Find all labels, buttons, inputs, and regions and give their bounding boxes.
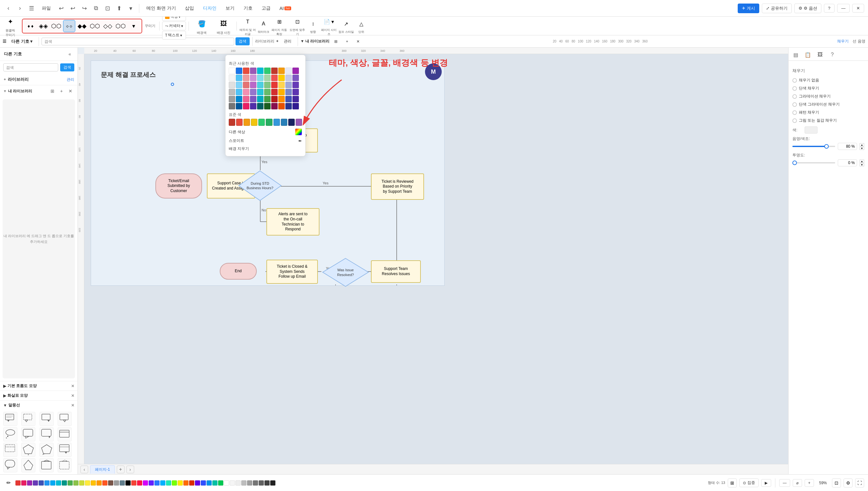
gc-ind3[interactable]	[286, 96, 292, 102]
shade-track[interactable]	[792, 146, 835, 147]
shape-btn-1[interactable]: ⬧⬧	[25, 20, 37, 32]
callout-shape-4[interactable]	[58, 412, 72, 426]
gc-dp4[interactable]	[250, 96, 257, 102]
gc-dviol1[interactable]	[293, 103, 299, 109]
palette-color-13[interactable]	[85, 481, 90, 486]
callout-shape-7[interactable]	[39, 427, 54, 441]
callout-shape-8[interactable]	[58, 427, 72, 441]
eyedropper-option[interactable]: 스포이트 ✒	[229, 137, 302, 145]
close-lib-btn[interactable]: ✕	[353, 38, 363, 45]
gc-viol3[interactable]	[293, 96, 299, 102]
palette-color-34[interactable]	[207, 481, 212, 486]
shapes-more-btn[interactable]: ▾	[127, 20, 140, 32]
palette-color-42[interactable]	[253, 481, 258, 486]
shape-btn-4[interactable]: ⬦⬦	[63, 20, 75, 32]
callout-close-icon[interactable]: ✕	[71, 403, 74, 408]
palette-color-8[interactable]	[56, 481, 61, 486]
callout-shape-12[interactable]	[58, 443, 72, 457]
gc-dor1[interactable]	[278, 103, 285, 109]
gc-g6[interactable]	[229, 96, 235, 102]
manage-btn[interactable]: 관리	[280, 37, 295, 46]
shade-up-btn[interactable]: ▲	[860, 143, 864, 146]
zoom-out-btn[interactable]: —	[779, 479, 790, 487]
share-btn[interactable]: ⤢ 공유하기	[762, 3, 792, 13]
shade-thumb[interactable]	[824, 144, 829, 149]
grid-color-red1[interactable]	[243, 67, 249, 74]
std-color-7[interactable]	[273, 119, 280, 126]
gradient-fill-radio[interactable]	[792, 94, 797, 99]
gc-lc1[interactable]	[257, 75, 264, 81]
std-color-6[interactable]	[266, 119, 272, 126]
gc-pk1[interactable]	[243, 89, 249, 95]
fill-none-radio[interactable]	[792, 78, 797, 83]
transparency-track[interactable]	[792, 162, 835, 164]
nav-back-btn[interactable]: ‹	[4, 4, 13, 13]
rp-tab-page[interactable]: 📋	[802, 49, 814, 60]
grid-color-lavender[interactable]	[286, 67, 292, 74]
palette-color-18[interactable]	[114, 481, 119, 486]
grid-color-darkred1[interactable]	[271, 67, 278, 74]
gc-r2[interactable]	[243, 82, 249, 88]
menu-main[interactable]: 메인 화면 가기	[143, 4, 179, 12]
palette-color-32[interactable]	[195, 481, 200, 486]
palette-color-14[interactable]	[91, 481, 96, 486]
gc-lr1[interactable]	[271, 75, 278, 81]
callout-shape-2[interactable]	[21, 412, 35, 426]
palette-color-19[interactable]	[120, 481, 125, 486]
manage-library-btn[interactable]: 관리	[67, 77, 74, 82]
other-color-swatch[interactable]	[295, 128, 302, 136]
undo-btn[interactable]: ↩	[57, 4, 66, 13]
bg-photo-btn[interactable]: 🖼	[215, 17, 232, 31]
color-pick-swatch[interactable]	[805, 126, 817, 134]
pagesize-btn[interactable]: 📄 ▾	[323, 16, 335, 28]
callout-shape-5[interactable]	[3, 427, 18, 441]
play-btn[interactable]: ▶	[761, 479, 771, 487]
palette-color-23[interactable]	[143, 481, 148, 486]
add-lib-item-btn[interactable]: +	[58, 87, 65, 95]
gc-lyr[interactable]	[278, 75, 285, 81]
nav-forward-btn[interactable]: ›	[16, 4, 25, 13]
menu-insert[interactable]: 삽입	[182, 4, 197, 12]
gc-nb1[interactable]	[236, 103, 242, 109]
main-canvas[interactable]: 20 40 60 80 100 120 140 160 180 300 320 …	[78, 48, 788, 474]
palette-color-40[interactable]	[241, 481, 246, 486]
grid-color-purple1[interactable]	[250, 67, 257, 74]
grid-color-green1[interactable]	[264, 67, 271, 74]
hamburger-btn[interactable]: ☰	[27, 4, 36, 13]
grid-color-orange1[interactable]	[278, 67, 285, 74]
gc-ind1[interactable]	[286, 82, 292, 88]
fullscreen-btn[interactable]: ⛶	[855, 479, 864, 488]
text-btn[interactable]: T 텍스트 ▾	[162, 31, 186, 39]
solid-fill-option[interactable]: 단색 채우기	[792, 84, 864, 92]
gc-viol2[interactable]	[293, 89, 299, 95]
color-picker-popup[interactable]: 최근 사용한 색	[225, 55, 306, 156]
basic-flow-section[interactable]: ▶ 기본 흐름도 모양 ✕	[0, 381, 78, 391]
node-start[interactable]: Ticket/EmailSubmitted byCustomer	[155, 173, 202, 199]
close-my-lib-btn[interactable]: ✕	[67, 87, 74, 95]
palette-color-5[interactable]	[39, 481, 44, 486]
print-btn[interactable]: ⊡	[103, 4, 112, 13]
gc-p2[interactable]	[250, 82, 257, 88]
palette-color-9[interactable]	[62, 481, 67, 486]
picture-fill-option[interactable]: 그림 또는 질감 채우기	[792, 116, 864, 124]
gc-lg1[interactable]	[264, 75, 271, 81]
gc-g3[interactable]	[264, 82, 271, 88]
menu-design[interactable]: 디자인	[200, 4, 220, 12]
gc-dc1[interactable]	[257, 103, 264, 109]
solid-gradient-radio[interactable]	[792, 102, 797, 107]
page-tab-1[interactable]: 페이지-1	[90, 465, 115, 473]
gc-li1[interactable]	[286, 75, 292, 81]
gc-y2[interactable]	[278, 82, 285, 88]
callout-shape-6[interactable]	[21, 427, 35, 441]
palette-color-4[interactable]	[33, 481, 38, 486]
callout-shape-14[interactable]	[21, 458, 35, 472]
settings-icon-btn[interactable]: ⚙	[843, 479, 852, 488]
other-symbols-btn[interactable]: 다른 기호 ▾	[8, 37, 36, 46]
palette-color-44[interactable]	[265, 481, 270, 486]
palette-color-31[interactable]	[189, 481, 194, 486]
gc-pk2[interactable]	[243, 96, 249, 102]
settings-btn[interactable]: ⚙ ⚙ 옵션	[794, 3, 821, 13]
export-lib-btn[interactable]: ⊞	[49, 87, 56, 95]
zoom-connect-btn[interactable]: ⌀	[793, 479, 802, 487]
gc-r5[interactable]	[271, 96, 278, 102]
